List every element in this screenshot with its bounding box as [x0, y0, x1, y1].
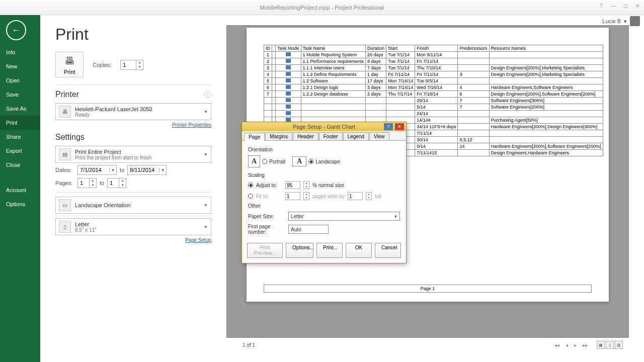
tab-legend[interactable]: Legend [343, 132, 369, 140]
copies-input[interactable] [121, 60, 136, 69]
multi-page-icon[interactable]: ▥ [615, 341, 623, 349]
page-title: Print [55, 25, 211, 44]
sidebar-item-open[interactable]: Open [0, 73, 40, 87]
printer-properties-link[interactable]: Printer Properties [55, 122, 211, 128]
options-button[interactable]: Options... [286, 243, 313, 258]
landscape-icon: A [292, 156, 306, 166]
table-row: 3 1.1.1 Interview users7 daysTue 7/1/14T… [264, 65, 603, 71]
adjust-spinner[interactable]: ▲▼ [303, 181, 309, 189]
date-to-combo[interactable]: ▼ [127, 165, 167, 175]
backstage-sidebar: ← InfoNewOpenSaveSave AsPrintShareExport… [0, 15, 40, 362]
first-page-icon[interactable]: ◂◂ [554, 342, 559, 348]
sidebar-item-account[interactable]: Account [0, 183, 40, 197]
adjust-to-radio[interactable] [248, 183, 253, 188]
copies-spinner[interactable]: ▲▼ [120, 60, 143, 70]
fit-tall-input[interactable] [348, 192, 363, 200]
paper-size-picker[interactable]: ▯ Letter 8.5" x 11" ▼ [55, 218, 211, 235]
copies-label: Copies: [93, 62, 111, 68]
page-footer: Page 1 [264, 285, 592, 293]
spin-down-icon[interactable]: ▼ [136, 65, 143, 69]
sidebar-item-save[interactable]: Save [0, 87, 40, 102]
first-page-input[interactable]: Auto [288, 225, 329, 234]
table-row: 2 1.1 Performance requirements8 daysTue … [264, 58, 603, 65]
table-row: 4 1.1.2 Define Requirements1 dayFri 7/11… [264, 71, 603, 78]
chevron-down-icon: ▼ [204, 152, 208, 157]
other-group-label: Other [248, 203, 400, 209]
sidebar-item-info[interactable]: Info [0, 45, 40, 59]
tab-page[interactable]: Page [244, 133, 265, 141]
window-titlebar: MobileReportingProject.mpp - Project Pro… [0, 0, 644, 15]
printer-icon: 🖶 [58, 55, 81, 67]
table-row: 6 1.2.1 Design logic3 daysMon 7/14/14Wed… [264, 84, 603, 91]
tab-header[interactable]: Header [293, 132, 318, 140]
print-scope-picker[interactable]: ▤ Print Entire Project Print the project… [55, 146, 211, 163]
sidebar-item-export[interactable]: Export [0, 144, 40, 158]
orientation-icon: ▭ [59, 199, 71, 211]
pages-label: Pages: [55, 180, 74, 186]
spin-up-icon[interactable]: ▲ [136, 60, 143, 65]
page-setup-link[interactable]: Page Setup [55, 237, 211, 243]
fit-to-radio[interactable] [248, 194, 253, 199]
table-row: 11 Mobile Reporting System29 daysTue 7/1… [264, 52, 603, 58]
cancel-button[interactable]: Cancel [375, 243, 401, 258]
sidebar-item-close[interactable]: Close [0, 158, 40, 172]
page-from-spinner[interactable]: ▲▼ [77, 178, 97, 188]
dialog-help-icon[interactable]: ? [384, 123, 393, 130]
printer-device-icon: 🖶 [59, 106, 71, 118]
document-icon: ▤ [59, 148, 71, 160]
landscape-radio[interactable] [308, 159, 313, 164]
paper-size-select[interactable]: Letter▼ [288, 212, 400, 221]
dialog-tabs: PageMarginsHeaderFooterLegendView [242, 131, 406, 141]
sidebar-item-save-as[interactable]: Save As [0, 102, 40, 116]
sidebar-item-share[interactable]: Share [0, 130, 40, 144]
page-counter: 1 of 1 [243, 342, 255, 348]
actual-size-icon[interactable]: ▦ [597, 341, 605, 349]
back-button[interactable]: ← [6, 20, 26, 40]
orientation-group-label: Orientation [248, 147, 400, 152]
adjust-value-input[interactable] [285, 181, 300, 189]
fit-wide-input[interactable] [285, 192, 300, 200]
sidebar-item-print[interactable]: Print [0, 116, 40, 130]
close-window-icon[interactable]: ✕ [632, 1, 643, 10]
printer-picker[interactable]: 🖶 Hewlett-Packard LaserJet 3050 Ready ▼ [55, 103, 211, 120]
dialog-print-button[interactable]: Print... [316, 243, 343, 258]
table-row: 29/147Software Engineers[300%] [264, 98, 603, 104]
one-page-icon[interactable]: ▯ [606, 341, 614, 349]
last-page-icon[interactable]: ▸▸ [583, 342, 588, 348]
ok-button[interactable]: OK [346, 243, 372, 258]
dates-label: Dates: [55, 167, 74, 173]
settings-heading: Settings [55, 133, 211, 142]
print-button[interactable]: 🖶 Print [55, 52, 84, 77]
chevron-down-icon: ▼ [204, 110, 208, 114]
date-from-combo[interactable]: ▼ [77, 165, 117, 175]
page-setup-dialog: Page Setup - Gantt Chart ? ✕ PageMargins… [242, 122, 407, 263]
scaling-group-label: Scaling [248, 172, 400, 178]
help-icon[interactable]: ? [596, 1, 607, 10]
portrait-icon: A [248, 155, 260, 167]
table-row: 7 1.2.2 Design database2 daysThu 7/17/14… [264, 91, 603, 98]
table-row: 5 1.2 Software17 daysMon 7/14/14Tue 8/5/… [264, 78, 603, 84]
dialog-titlebar[interactable]: Page Setup - Gantt Chart ? ✕ [242, 122, 406, 131]
next-page-icon[interactable]: ▸ [574, 342, 577, 348]
tab-view[interactable]: View [369, 132, 389, 140]
dialog-close-icon[interactable]: ✕ [395, 123, 404, 130]
table-row: 5/147Software Engineers[200%] [264, 104, 603, 111]
prev-page-icon[interactable]: ◂ [566, 342, 568, 348]
table-row: 24/14 [264, 111, 603, 117]
sidebar-item-new[interactable]: New [0, 59, 40, 73]
minimize-icon[interactable]: — [608, 1, 619, 10]
orientation-picker[interactable]: ▭ Landscape Orientation ▼ [55, 197, 211, 214]
tab-footer[interactable]: Footer [319, 132, 343, 140]
page-to-spinner[interactable]: ▲▼ [107, 178, 126, 188]
portrait-radio[interactable] [262, 159, 267, 164]
printer-heading: Printer i [55, 90, 211, 99]
tab-margins[interactable]: Margins [265, 132, 292, 140]
print-preview-button[interactable]: Print Preview... [247, 243, 283, 258]
maximize-icon[interactable]: ◻ [620, 1, 631, 10]
page-icon: ▯ [59, 221, 71, 233]
sidebar-item-options[interactable]: Options [0, 197, 40, 211]
window-title: MobileReportingProject.mpp - Project Pro… [260, 5, 384, 11]
info-icon[interactable]: i [204, 91, 211, 98]
